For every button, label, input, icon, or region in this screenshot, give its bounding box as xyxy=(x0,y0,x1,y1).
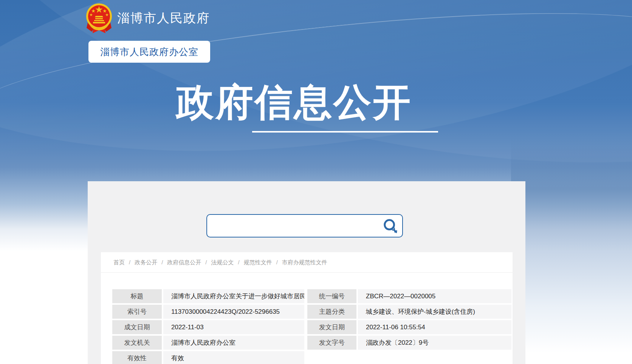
office-badge-label: 淄博市人民政府办公室 xyxy=(100,46,198,58)
field-label: 主题分类 xyxy=(307,305,356,319)
page: 淄博市人民政府 淄博市人民政府办公室 政府信息公开 首页/政务公开/政府信息公开… xyxy=(0,0,632,364)
search-input[interactable] xyxy=(207,215,402,237)
title-underline xyxy=(252,131,438,133)
breadcrumb: 首页/政务公开/政府信息公开/法规公文/规范性文件/市府办规范性文件 xyxy=(101,252,513,273)
breadcrumb-separator: / xyxy=(161,259,163,265)
document-card: 首页/政务公开/政府信息公开/法规公文/规范性文件/市府办规范性文件 标题 淄博… xyxy=(101,252,513,364)
breadcrumb-item[interactable]: 政务公开 xyxy=(135,259,157,265)
breadcrumb-separator: / xyxy=(205,259,207,265)
field-label: 发文日期 xyxy=(307,320,356,334)
office-badge[interactable]: 淄博市人民政府办公室 xyxy=(88,41,210,63)
doc-meta-table-left: 标题 淄博市人民政府办公室关于进一步做好城市居民... 索引号 11370300… xyxy=(112,289,304,364)
breadcrumb-item[interactable]: 市府办规范性文件 xyxy=(282,259,327,265)
field-label: 统一编号 xyxy=(307,289,356,303)
breadcrumb-item[interactable]: 法规公文 xyxy=(211,259,234,265)
breadcrumb-separator: / xyxy=(238,259,240,265)
national-emblem-logo[interactable] xyxy=(86,3,112,35)
search-button[interactable] xyxy=(382,217,399,235)
field-value: 2022-11-06 10:55:54 xyxy=(358,320,511,334)
field-value: 淄博市人民政府办公室关于进一步做好城市居民... xyxy=(163,289,304,303)
field-label: 成文日期 xyxy=(112,320,162,334)
breadcrumb-separator: / xyxy=(276,259,278,265)
hero-right-shade xyxy=(511,0,632,364)
field-label: 索引号 xyxy=(112,305,162,319)
site-name[interactable]: 淄博市人民政府 xyxy=(117,10,210,27)
search-box xyxy=(206,214,403,238)
field-value: 淄博市人民政府办公室 xyxy=(163,336,304,350)
field-value: 11370300004224423Q/2022-5296635 xyxy=(163,305,304,319)
field-value: 城乡建设、环境保护-城乡建设(含住房) xyxy=(358,305,511,319)
field-value: 2022-11-03 xyxy=(163,320,304,334)
field-label: 发文机关 xyxy=(112,336,162,350)
breadcrumb-item[interactable]: 政府信息公开 xyxy=(167,259,201,265)
field-label: 发文字号 xyxy=(307,336,356,350)
field-value: 有效 xyxy=(163,351,304,364)
field-value: ZBCR—2022—0020005 xyxy=(358,289,511,303)
breadcrumb-item[interactable]: 规范性文件 xyxy=(244,259,272,265)
search-icon xyxy=(382,217,399,235)
page-title: 政府信息公开 xyxy=(173,82,415,122)
field-label: 有效性 xyxy=(112,351,162,364)
field-label: 标题 xyxy=(112,289,162,303)
breadcrumb-separator: / xyxy=(129,259,130,265)
breadcrumb-item[interactable]: 首页 xyxy=(113,259,125,265)
doc-meta-table-right: 统一编号 ZBCR—2022—0020005 主题分类 城乡建设、环境保护-城乡… xyxy=(307,289,511,350)
field-value: 淄政办发〔2022〕9号 xyxy=(358,336,511,350)
